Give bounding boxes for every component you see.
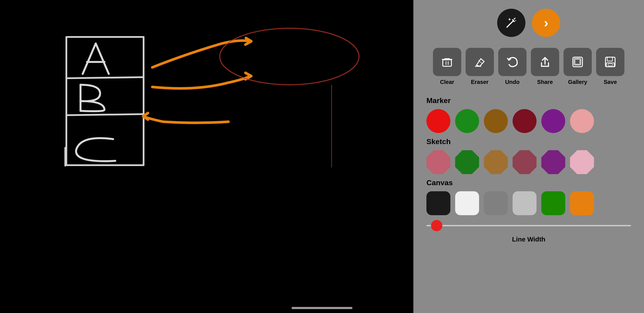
save-label: Save	[604, 79, 617, 85]
svg-rect-10	[608, 64, 612, 66]
toolbar-item-eraser: Eraser	[466, 48, 494, 85]
canvas-color-lightgray[interactable]	[512, 191, 536, 215]
toolbar-item-share: Share	[531, 48, 559, 85]
marker-section-label: Marker	[426, 96, 451, 105]
sketch-section-label: Sketch	[426, 137, 451, 146]
canvas-color-green[interactable]	[541, 191, 565, 215]
share-button[interactable]	[531, 48, 559, 76]
top-icon-row: ›	[497, 9, 560, 37]
marker-color-purple[interactable]	[541, 109, 565, 133]
svg-rect-8	[607, 57, 612, 61]
sketch-color-purple[interactable]	[541, 150, 565, 174]
clear-label: Clear	[440, 79, 454, 85]
magic-wand-button[interactable]	[497, 9, 526, 37]
svg-point-0	[514, 18, 515, 19]
canvas-color-white[interactable]	[455, 191, 479, 215]
svg-rect-6	[575, 59, 580, 64]
marker-color-darkred[interactable]	[512, 109, 536, 133]
forward-button[interactable]: ›	[532, 9, 560, 37]
marker-color-brown[interactable]	[484, 109, 508, 133]
svg-point-1	[515, 20, 516, 21]
sketch-color-lightpink[interactable]	[570, 150, 594, 174]
sketch-color-row	[426, 150, 594, 174]
sketch-color-maroon[interactable]	[512, 150, 536, 174]
toolbar-item-undo: Undo	[498, 48, 526, 85]
canvas-color-row	[426, 191, 594, 215]
gallery-button[interactable]	[564, 48, 592, 76]
save-button[interactable]	[596, 48, 624, 76]
canvas-area[interactable]	[0, 0, 414, 313]
line-width-slider-container	[426, 224, 631, 227]
toolbar-item-gallery: Gallery	[564, 48, 592, 85]
toolbar-row: Clear Eraser Undo	[433, 48, 624, 85]
drawing-canvas[interactable]	[0, 0, 414, 313]
undo-button[interactable]	[498, 48, 526, 76]
clear-button[interactable]	[433, 48, 461, 76]
marker-color-pink[interactable]	[570, 109, 594, 133]
eraser-button[interactable]	[466, 48, 494, 76]
marker-color-row	[426, 109, 594, 133]
toolbar-item-clear: Clear	[433, 48, 461, 85]
share-label: Share	[537, 79, 553, 85]
canvas-color-orange[interactable]	[570, 191, 594, 215]
undo-label: Undo	[505, 79, 520, 85]
sketch-color-rose[interactable]	[426, 150, 450, 174]
sketch-color-tan[interactable]	[484, 150, 508, 174]
svg-rect-3	[443, 60, 452, 66]
marker-color-red[interactable]	[426, 109, 450, 133]
right-panel: › Clear	[414, 0, 644, 313]
marker-color-green[interactable]	[455, 109, 479, 133]
home-indicator	[292, 307, 352, 309]
eraser-label: Eraser	[471, 79, 489, 85]
canvas-color-black[interactable]	[426, 191, 450, 215]
slider-section: Line Width	[426, 224, 631, 243]
slider-thumb[interactable]	[431, 220, 442, 231]
sketch-color-green[interactable]	[455, 150, 479, 174]
slider-track	[426, 225, 631, 226]
gallery-label: Gallery	[568, 79, 587, 85]
canvas-section-label: Canvas	[426, 178, 453, 187]
svg-point-2	[515, 17, 516, 18]
canvas-color-gray[interactable]	[484, 191, 508, 215]
toolbar-item-save: Save	[596, 48, 624, 85]
line-width-label: Line Width	[426, 236, 631, 243]
svg-rect-9	[606, 63, 614, 67]
